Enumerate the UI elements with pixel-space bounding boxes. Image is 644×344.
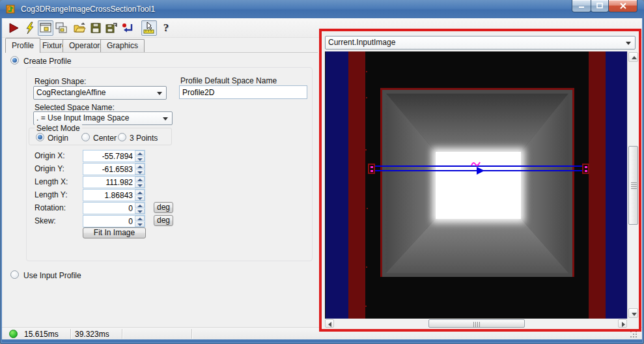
rotation-deg-button[interactable]: deg [154,202,173,213]
spin-down-button[interactable] [135,182,145,188]
image-noise [366,71,367,72]
skew-deg-button[interactable]: deg [154,215,173,226]
title-bar[interactable]: Cog3DRangeImageCrossSectionTool1 [0,0,644,18]
save-as-icon [105,22,118,35]
region-right-handle[interactable] [582,164,589,174]
arrow-down-icon [632,313,637,316]
vertical-scrollbar[interactable] [627,51,638,319]
length-x-label: Length X: [35,177,68,186]
origin-x-label: Origin X: [35,151,65,160]
window-title: Cog3DRangeImageCrossSectionTool1 [21,5,155,14]
tab-profile[interactable]: Profile [5,38,40,53]
region-shape-label: Region Shape: [35,77,86,86]
minimize-button[interactable] [572,0,591,12]
skew-label: Skew: [35,216,56,225]
mode-origin-label: Origin [48,134,68,143]
execution-time: 15.615ms [24,330,59,339]
range-image-view[interactable] [325,51,627,319]
length-y-input[interactable] [83,190,134,201]
status-separator [191,329,192,339]
spin-down-button[interactable] [135,195,145,201]
skew-spinbox[interactable] [83,215,145,227]
thumb-grip [631,182,637,189]
chevron-down-icon [163,117,168,121]
vertical-scroll-thumb[interactable] [628,146,638,225]
spin-up-button[interactable] [135,203,145,208]
rotation-spinbox[interactable] [83,202,145,214]
cursor-ruler-icon [143,22,156,35]
spin-up-button[interactable] [135,216,145,221]
maximize-button[interactable] [591,0,609,12]
arrow-right-icon [622,322,625,327]
open-file-button[interactable] [72,20,87,36]
range-stripe-maroon-left [348,51,365,319]
region-x-axis-arrow[interactable] [477,167,484,175]
tab-graphics[interactable]: Graphics [100,39,145,52]
origin-y-label: Origin Y: [35,164,64,173]
chevron-down-icon [626,42,631,45]
region-shape-combo[interactable]: CogRectangleAffine [33,86,167,100]
origin-x-spinbox[interactable] [83,150,145,162]
app-icon [6,4,16,14]
thumb-grip [473,322,480,327]
electric-run-button[interactable] [22,20,38,36]
region-left-handle[interactable] [368,164,375,174]
display-image-selector[interactable]: Current.InputImage [325,36,636,50]
scroll-left-button[interactable] [325,319,334,328]
run-button[interactable] [6,20,21,36]
lightning-icon [23,22,36,35]
rotation-label: Rotation: [35,203,66,212]
save-as-button[interactable] [104,20,119,36]
use-input-profile-radio[interactable] [10,270,19,279]
scroll-right-button[interactable] [618,319,627,328]
interactive-graphics-button[interactable] [141,20,157,36]
horizontal-scrollbar[interactable] [325,319,627,328]
spin-up-button[interactable] [135,150,145,156]
mode-center-radio[interactable] [81,133,90,141]
spin-down-button[interactable] [135,156,145,162]
origin-y-spinbox[interactable] [83,163,145,175]
close-button[interactable] [608,0,637,12]
mode-origin-radio[interactable] [36,133,44,141]
save-button[interactable] [88,20,104,36]
reset-icon [121,22,134,35]
spin-down-button[interactable] [135,222,145,227]
scroll-up-button[interactable] [628,52,638,62]
spin-up-button[interactable] [135,177,145,182]
create-profile-radio[interactable] [10,56,19,64]
spin-up-button[interactable] [135,164,145,169]
rotation-input[interactable] [83,203,134,214]
selected-space-combo[interactable]: . = Use Input Image Space [33,111,173,125]
height-map-square [380,88,574,277]
horizontal-scroll-thumb[interactable] [428,319,525,328]
reset-button[interactable] [120,20,135,36]
range-stripe-navy-left [326,51,348,319]
skew-input[interactable] [83,216,134,227]
default-space-input[interactable] [179,85,307,99]
mode-center-label: Center [93,134,117,143]
length-x-spinbox[interactable] [83,176,145,188]
resize-grip[interactable] [630,331,638,339]
spin-down-button[interactable] [135,169,145,175]
scroll-down-button[interactable] [628,308,638,318]
show-image-pane-button[interactable] [38,20,53,36]
length-x-input[interactable] [83,177,134,188]
length-y-spinbox[interactable] [83,189,145,201]
range-stripe-navy-right [606,51,627,319]
help-button[interactable]: ? [158,20,174,36]
save-icon [89,22,102,35]
spin-down-button[interactable] [135,208,145,214]
selected-space-value: . = Use Input Image Space [36,113,129,122]
tool-window: Cog3DRangeImageCrossSectionTool1 [0,0,644,344]
origin-y-input[interactable] [83,164,134,175]
total-time: 39.323ms [75,330,109,339]
display-image-value: Current.InputImage [328,38,395,47]
arrow-left-icon [328,322,331,327]
fit-in-image-button[interactable]: Fit In Image [83,227,146,238]
mode-3points-radio[interactable] [118,133,126,141]
spin-up-button[interactable] [135,190,145,195]
minimize-icon [578,3,585,9]
float-panes-button[interactable] [53,20,69,36]
origin-x-input[interactable] [83,150,134,162]
open-folder-icon [73,22,86,35]
